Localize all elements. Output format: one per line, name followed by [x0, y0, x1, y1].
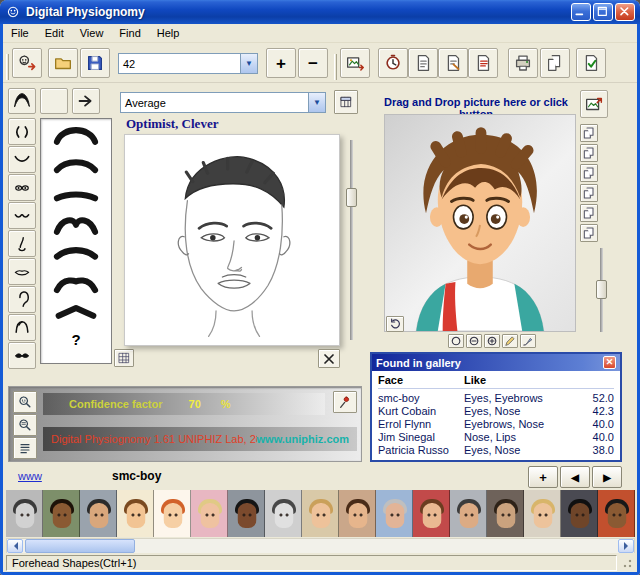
menu-file[interactable]: File [3, 25, 37, 41]
gallery-thumbnail[interactable] [80, 490, 117, 537]
gallery-thumbnail[interactable] [117, 490, 154, 537]
load-picture-button[interactable] [580, 90, 608, 118]
distribution-table-button[interactable] [334, 90, 358, 114]
gallery-row[interactable]: Kurt CobainEyes, Nose42.3 [378, 404, 614, 417]
gallery-thumbnail[interactable] [598, 490, 635, 537]
add-face-button[interactable]: + [528, 466, 558, 488]
notes-button[interactable] [408, 48, 438, 78]
gallery-thumbnail[interactable] [154, 490, 191, 537]
menu-help[interactable]: Help [149, 25, 188, 41]
website-link[interactable]: www.uniphiz.com [257, 433, 349, 445]
zoom-face-button[interactable] [13, 391, 37, 413]
shape-grid-button[interactable] [114, 349, 134, 367]
category-eyebrows-button[interactable] [8, 118, 36, 145]
gallery-thumbnail[interactable] [6, 490, 43, 537]
pushpin-button[interactable] [333, 391, 357, 413]
gallery-thumbnail[interactable] [450, 490, 487, 537]
type-report-button[interactable] [468, 48, 498, 78]
forehead-shape-option[interactable] [44, 299, 108, 329]
current-shape-button[interactable] [8, 88, 36, 114]
gallery-thumbnail[interactable] [228, 490, 265, 537]
category-eyelids-button[interactable] [8, 202, 36, 229]
chevron-down-icon[interactable]: ▼ [308, 93, 325, 112]
zoom-list-button[interactable] [13, 414, 37, 436]
close-button[interactable] [615, 3, 635, 21]
blank-shape-button[interactable] [40, 88, 68, 114]
next-face-button[interactable]: ▶ [592, 466, 622, 488]
zoom-out-button[interactable]: − [298, 48, 328, 78]
gallery-thumbnail[interactable] [302, 490, 339, 537]
column-like[interactable]: Like [464, 374, 580, 386]
save-picture-button[interactable] [580, 204, 598, 222]
forehead-shape-option[interactable] [44, 209, 108, 239]
scroll-track[interactable] [23, 539, 618, 553]
gallery-thumbnail[interactable] [191, 490, 228, 537]
chevron-down-icon[interactable]: ▼ [240, 54, 257, 73]
report-button[interactable] [438, 48, 468, 78]
category-eyes-button[interactable] [8, 174, 36, 201]
category-forehead-button[interactable] [8, 146, 36, 173]
gallery-row[interactable]: Patricia RussoEyes, Nose38.0 [378, 443, 614, 456]
resize-grip[interactable] [620, 556, 633, 569]
gallery-thumbnail[interactable] [487, 490, 524, 537]
print-button[interactable] [508, 48, 538, 78]
gallery-row[interactable]: Errol FlynnEyebrows, Nose40.0 [378, 417, 614, 430]
type-combobox[interactable]: Average ▼ [120, 92, 326, 113]
transfer-picture-button[interactable] [340, 48, 370, 78]
forehead-shape-option[interactable] [44, 179, 108, 209]
paste-picture-button[interactable] [580, 144, 598, 162]
circle-select-tool[interactable] [448, 334, 464, 348]
scroll-right-button[interactable] [618, 539, 634, 553]
scroll-thumb[interactable] [25, 539, 135, 553]
grow-region-tool[interactable] [484, 334, 500, 348]
www-link[interactable]: www [18, 470, 42, 482]
rotate-picture-button[interactable] [386, 316, 404, 332]
gallery-thumbnail[interactable] [265, 490, 302, 537]
menu-find[interactable]: Find [111, 25, 148, 41]
pencil-tool[interactable] [502, 334, 518, 348]
duplicate-picture-button[interactable] [580, 164, 598, 182]
minimize-button[interactable] [571, 3, 591, 21]
text-report-button[interactable] [13, 437, 37, 459]
horizontal-scrollbar[interactable] [6, 538, 635, 554]
photo-dropzone[interactable] [384, 114, 576, 332]
menu-view[interactable]: View [72, 25, 112, 41]
category-nose-button[interactable] [8, 230, 36, 257]
scroll-left-button[interactable] [7, 539, 23, 553]
pen-tool[interactable] [520, 334, 536, 348]
shrink-region-tool[interactable] [466, 334, 482, 348]
category-lips-button[interactable] [8, 258, 36, 285]
forehead-shape-option[interactable] [44, 119, 108, 149]
clear-sketch-button[interactable] [318, 349, 340, 368]
sketch-canvas[interactable] [124, 134, 340, 346]
found-panel-close-icon[interactable]: ✕ [603, 356, 616, 369]
delete-picture-button[interactable] [580, 224, 598, 242]
previous-face-button[interactable]: ◀ [560, 466, 590, 488]
gallery-row[interactable]: smc-boyEyes, Eyebrows52.0 [378, 391, 614, 404]
gallery-thumbnail[interactable] [339, 490, 376, 537]
forehead-shape-option[interactable] [44, 269, 108, 299]
gallery-thumbnail[interactable] [413, 490, 450, 537]
category-hair-button[interactable] [8, 314, 36, 341]
photo-slider-handle[interactable] [596, 280, 607, 299]
sketch-slider-track[interactable] [350, 140, 353, 340]
menu-edit[interactable]: Edit [37, 25, 72, 41]
gallery-thumbnail[interactable] [561, 490, 598, 537]
category-ears-button[interactable] [8, 286, 36, 313]
age-combobox[interactable]: 42 ▼ [118, 53, 258, 74]
category-mustache-button[interactable] [8, 342, 36, 369]
gallery-thumbnail[interactable] [376, 490, 413, 537]
gallery-thumbnail[interactable] [524, 490, 561, 537]
unknown-shape-option[interactable]: ? [41, 331, 111, 348]
column-face[interactable]: Face [378, 374, 464, 386]
next-shape-button[interactable] [72, 88, 100, 114]
title-bar[interactable]: Digital Physiognomy [0, 0, 640, 24]
forehead-shape-option[interactable] [44, 149, 108, 179]
export-button[interactable] [540, 48, 570, 78]
timer-button[interactable] [378, 48, 408, 78]
found-panel-titlebar[interactable]: Found in gallery ✕ [372, 354, 620, 371]
gallery-thumbnail[interactable] [43, 490, 80, 537]
sketch-slider-handle[interactable] [346, 188, 357, 207]
open-button[interactable] [48, 48, 78, 78]
gallery-row[interactable]: Jim SinegalNose, Lips40.0 [378, 430, 614, 443]
